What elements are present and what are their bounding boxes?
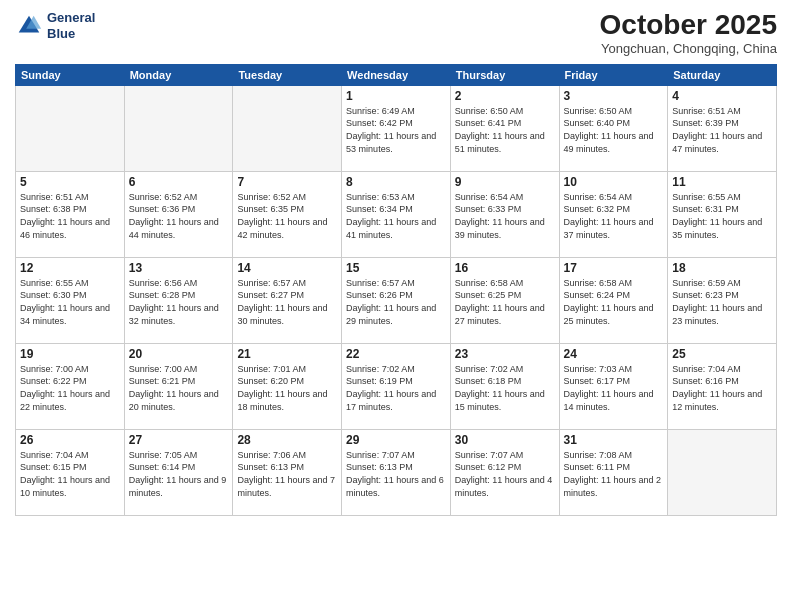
day-info: Sunrise: 7:07 AM Sunset: 6:13 PM Dayligh… [346,449,446,499]
day-info: Sunrise: 6:53 AM Sunset: 6:34 PM Dayligh… [346,191,446,241]
day-info: Sunrise: 6:50 AM Sunset: 6:40 PM Dayligh… [564,105,664,155]
calendar-day-cell: 18Sunrise: 6:59 AM Sunset: 6:23 PM Dayli… [668,257,777,343]
day-info: Sunrise: 7:00 AM Sunset: 6:21 PM Dayligh… [129,363,229,413]
day-number: 30 [455,433,555,447]
day-number: 1 [346,89,446,103]
day-number: 2 [455,89,555,103]
day-info: Sunrise: 7:02 AM Sunset: 6:18 PM Dayligh… [455,363,555,413]
day-info: Sunrise: 7:07 AM Sunset: 6:12 PM Dayligh… [455,449,555,499]
day-number: 20 [129,347,229,361]
day-number: 10 [564,175,664,189]
day-number: 14 [237,261,337,275]
weekday-header: Wednesday [342,64,451,85]
calendar-day-cell: 1Sunrise: 6:49 AM Sunset: 6:42 PM Daylig… [342,85,451,171]
day-number: 17 [564,261,664,275]
day-number: 7 [237,175,337,189]
day-info: Sunrise: 6:55 AM Sunset: 6:31 PM Dayligh… [672,191,772,241]
calendar-week-row: 5Sunrise: 6:51 AM Sunset: 6:38 PM Daylig… [16,171,777,257]
day-info: Sunrise: 6:51 AM Sunset: 6:38 PM Dayligh… [20,191,120,241]
day-info: Sunrise: 6:56 AM Sunset: 6:28 PM Dayligh… [129,277,229,327]
weekday-header: Sunday [16,64,125,85]
weekday-header-row: SundayMondayTuesdayWednesdayThursdayFrid… [16,64,777,85]
day-info: Sunrise: 6:49 AM Sunset: 6:42 PM Dayligh… [346,105,446,155]
calendar-day-cell: 25Sunrise: 7:04 AM Sunset: 6:16 PM Dayli… [668,343,777,429]
day-info: Sunrise: 7:00 AM Sunset: 6:22 PM Dayligh… [20,363,120,413]
page: General Blue October 2025 Yongchuan, Cho… [0,0,792,612]
calendar-day-cell: 28Sunrise: 7:06 AM Sunset: 6:13 PM Dayli… [233,429,342,515]
calendar-day-cell: 27Sunrise: 7:05 AM Sunset: 6:14 PM Dayli… [124,429,233,515]
day-number: 22 [346,347,446,361]
calendar-week-row: 1Sunrise: 6:49 AM Sunset: 6:42 PM Daylig… [16,85,777,171]
calendar-day-cell [233,85,342,171]
calendar-day-cell: 23Sunrise: 7:02 AM Sunset: 6:18 PM Dayli… [450,343,559,429]
weekday-header: Tuesday [233,64,342,85]
calendar-day-cell: 12Sunrise: 6:55 AM Sunset: 6:30 PM Dayli… [16,257,125,343]
weekday-header: Saturday [668,64,777,85]
weekday-header: Thursday [450,64,559,85]
calendar-day-cell: 24Sunrise: 7:03 AM Sunset: 6:17 PM Dayli… [559,343,668,429]
day-info: Sunrise: 6:55 AM Sunset: 6:30 PM Dayligh… [20,277,120,327]
calendar-day-cell: 22Sunrise: 7:02 AM Sunset: 6:19 PM Dayli… [342,343,451,429]
title-block: October 2025 Yongchuan, Chongqing, China [600,10,777,56]
calendar-day-cell [16,85,125,171]
day-number: 5 [20,175,120,189]
day-number: 28 [237,433,337,447]
calendar-day-cell: 29Sunrise: 7:07 AM Sunset: 6:13 PM Dayli… [342,429,451,515]
calendar-day-cell: 6Sunrise: 6:52 AM Sunset: 6:36 PM Daylig… [124,171,233,257]
location: Yongchuan, Chongqing, China [600,41,777,56]
day-info: Sunrise: 6:52 AM Sunset: 6:35 PM Dayligh… [237,191,337,241]
logo-line2: Blue [47,26,95,42]
day-info: Sunrise: 6:51 AM Sunset: 6:39 PM Dayligh… [672,105,772,155]
day-number: 9 [455,175,555,189]
day-number: 25 [672,347,772,361]
day-number: 6 [129,175,229,189]
day-number: 12 [20,261,120,275]
calendar-day-cell: 16Sunrise: 6:58 AM Sunset: 6:25 PM Dayli… [450,257,559,343]
calendar-day-cell: 17Sunrise: 6:58 AM Sunset: 6:24 PM Dayli… [559,257,668,343]
day-info: Sunrise: 7:04 AM Sunset: 6:16 PM Dayligh… [672,363,772,413]
day-number: 21 [237,347,337,361]
calendar-day-cell: 21Sunrise: 7:01 AM Sunset: 6:20 PM Dayli… [233,343,342,429]
calendar-week-row: 12Sunrise: 6:55 AM Sunset: 6:30 PM Dayli… [16,257,777,343]
day-number: 13 [129,261,229,275]
day-number: 29 [346,433,446,447]
day-info: Sunrise: 6:54 AM Sunset: 6:33 PM Dayligh… [455,191,555,241]
calendar-day-cell: 10Sunrise: 6:54 AM Sunset: 6:32 PM Dayli… [559,171,668,257]
day-info: Sunrise: 7:02 AM Sunset: 6:19 PM Dayligh… [346,363,446,413]
day-number: 8 [346,175,446,189]
month-title: October 2025 [600,10,777,41]
day-number: 18 [672,261,772,275]
calendar-week-row: 26Sunrise: 7:04 AM Sunset: 6:15 PM Dayli… [16,429,777,515]
calendar-day-cell: 20Sunrise: 7:00 AM Sunset: 6:21 PM Dayli… [124,343,233,429]
calendar-day-cell: 11Sunrise: 6:55 AM Sunset: 6:31 PM Dayli… [668,171,777,257]
day-number: 19 [20,347,120,361]
calendar-day-cell: 4Sunrise: 6:51 AM Sunset: 6:39 PM Daylig… [668,85,777,171]
day-info: Sunrise: 6:54 AM Sunset: 6:32 PM Dayligh… [564,191,664,241]
weekday-header: Friday [559,64,668,85]
calendar-day-cell: 31Sunrise: 7:08 AM Sunset: 6:11 PM Dayli… [559,429,668,515]
day-number: 16 [455,261,555,275]
logo-icon [15,12,43,40]
calendar-day-cell [124,85,233,171]
calendar-day-cell: 26Sunrise: 7:04 AM Sunset: 6:15 PM Dayli… [16,429,125,515]
header: General Blue October 2025 Yongchuan, Cho… [15,10,777,56]
day-info: Sunrise: 6:57 AM Sunset: 6:27 PM Dayligh… [237,277,337,327]
day-info: Sunrise: 6:52 AM Sunset: 6:36 PM Dayligh… [129,191,229,241]
calendar-day-cell: 9Sunrise: 6:54 AM Sunset: 6:33 PM Daylig… [450,171,559,257]
day-number: 31 [564,433,664,447]
day-info: Sunrise: 6:50 AM Sunset: 6:41 PM Dayligh… [455,105,555,155]
calendar-day-cell: 7Sunrise: 6:52 AM Sunset: 6:35 PM Daylig… [233,171,342,257]
day-info: Sunrise: 6:58 AM Sunset: 6:25 PM Dayligh… [455,277,555,327]
weekday-header: Monday [124,64,233,85]
day-info: Sunrise: 7:01 AM Sunset: 6:20 PM Dayligh… [237,363,337,413]
day-info: Sunrise: 7:03 AM Sunset: 6:17 PM Dayligh… [564,363,664,413]
day-number: 24 [564,347,664,361]
day-info: Sunrise: 7:08 AM Sunset: 6:11 PM Dayligh… [564,449,664,499]
calendar-day-cell: 19Sunrise: 7:00 AM Sunset: 6:22 PM Dayli… [16,343,125,429]
day-info: Sunrise: 7:06 AM Sunset: 6:13 PM Dayligh… [237,449,337,499]
day-number: 11 [672,175,772,189]
day-number: 27 [129,433,229,447]
calendar-day-cell: 30Sunrise: 7:07 AM Sunset: 6:12 PM Dayli… [450,429,559,515]
calendar-day-cell [668,429,777,515]
logo-text: General Blue [47,10,95,41]
